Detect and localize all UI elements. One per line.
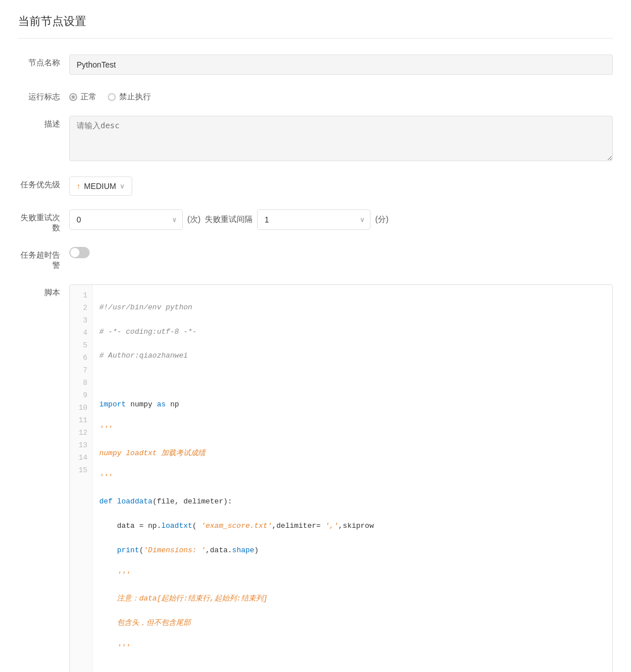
code-editor[interactable]: 1 2 3 4 5 6 7 8 9 10 11 12 13 14 15 #!/u… — [70, 285, 612, 672]
retry-interval-select[interactable]: 1 2 5 10 — [257, 209, 371, 230]
ln-2: 2 — [70, 302, 92, 314]
retry-control: 0 1 2 3 (次) 失败重试间隔 1 2 5 10 (分) — [69, 209, 613, 230]
code-line-11: print('Dimensions: ',data.shape) — [99, 544, 605, 557]
radio-normal-label: 正常 — [81, 92, 96, 102]
line-numbers: 1 2 3 4 5 6 7 8 9 10 11 12 13 14 15 — [70, 285, 92, 672]
ln-6: 6 — [70, 352, 92, 364]
radio-normal-circle — [69, 93, 77, 101]
ln-1: 1 — [70, 289, 92, 302]
ln-13: 13 — [70, 439, 92, 452]
ln-15: 15 — [70, 464, 92, 477]
priority-row: 任务优先级 ↑ MEDIUM ∨ — [18, 177, 613, 196]
code-line-8: ''' — [99, 471, 605, 484]
retry-inline-row: 0 1 2 3 (次) 失败重试间隔 1 2 5 10 (分) — [69, 209, 613, 230]
timeout-control — [69, 247, 613, 258]
retry-interval-select-wrap: 1 2 5 10 — [257, 209, 371, 230]
code-line-2: # -*- coding:utf-8 -*- — [99, 326, 605, 338]
script-label: 脚本 — [18, 284, 69, 298]
ln-7: 7 — [70, 364, 92, 377]
desc-label: 描述 — [18, 116, 69, 129]
ln-8: 8 — [70, 377, 92, 389]
ln-11: 11 — [70, 414, 92, 427]
desc-input[interactable] — [69, 116, 613, 161]
node-name-control — [69, 54, 613, 75]
code-line-3: # Author:qiaozhanwei — [99, 350, 605, 362]
ln-9: 9 — [70, 389, 92, 402]
script-row: 脚本 1 2 3 4 5 6 7 8 9 10 11 12 13 14 — [18, 284, 613, 672]
desc-control — [69, 116, 613, 163]
code-line-6: ''' — [99, 423, 605, 435]
timeout-toggle[interactable] — [69, 247, 90, 258]
retry-count-label: 失败重试次数 — [18, 209, 69, 233]
priority-button[interactable]: ↑ MEDIUM ∨ — [69, 177, 132, 196]
ln-14: 14 — [70, 452, 92, 464]
priority-control: ↑ MEDIUM ∨ — [69, 177, 613, 196]
run-flag-row: 运行标志 正常 禁止执行 — [18, 89, 613, 102]
code-line-12: ''' — [99, 569, 605, 581]
radio-group: 正常 禁止执行 — [69, 89, 613, 102]
ln-5: 5 — [70, 339, 92, 352]
retry-interval-unit: (分) — [375, 215, 388, 225]
run-flag-control: 正常 禁止执行 — [69, 89, 613, 102]
chevron-down-icon: ∨ — [120, 182, 125, 190]
priority-label: 任务优先级 — [18, 177, 69, 190]
ln-3: 3 — [70, 314, 92, 327]
code-line-13: 注意：data[起始行:结束行,起始列:结束列] — [99, 593, 605, 605]
code-line-14: 包含头，但不包含尾部 — [99, 617, 605, 629]
page-container: 当前节点设置 节点名称 运行标志 正常 禁止执行 描述 — [0, 0, 631, 672]
priority-value: MEDIUM — [84, 182, 116, 191]
radio-disabled-label: 禁止执行 — [119, 92, 151, 102]
node-name-label: 节点名称 — [18, 54, 69, 68]
desc-row: 描述 — [18, 116, 613, 163]
retry-count-select-wrap: 0 1 2 3 — [69, 209, 183, 230]
code-line-1: #!/usr/bin/env python — [99, 301, 605, 314]
code-editor-wrap: 1 2 3 4 5 6 7 8 9 10 11 12 13 14 15 #!/u… — [69, 284, 613, 672]
retry-count-select[interactable]: 0 1 2 3 — [69, 209, 183, 230]
retry-interval-label: 失败重试间隔 — [205, 215, 253, 225]
code-line-9: def loaddata(file, delimeter): — [99, 495, 605, 508]
timeout-label: 任务超时告警 — [18, 247, 69, 271]
page-title: 当前节点设置 — [18, 14, 613, 39]
radio-disabled-circle — [108, 93, 116, 101]
code-content: #!/usr/bin/env python # -*- coding:utf-8… — [92, 285, 612, 672]
radio-normal[interactable]: 正常 — [69, 92, 96, 102]
code-line-15: ''' — [99, 641, 605, 654]
code-line-4 — [99, 374, 605, 387]
ln-10: 10 — [70, 402, 92, 414]
code-line-7: numpy loadtxt 加载考试成绩 — [99, 447, 605, 460]
code-line-10: data = np.loadtxt( 'exam_score.txt',deli… — [99, 520, 605, 532]
timeout-row: 任务超时告警 — [18, 247, 613, 271]
priority-arrow-icon: ↑ — [77, 182, 81, 191]
retry-count-unit: (次) — [187, 215, 200, 225]
retry-row: 失败重试次数 0 1 2 3 (次) 失败重试间隔 1 2 — [18, 209, 613, 233]
node-name-input[interactable] — [69, 54, 613, 75]
radio-disabled[interactable]: 禁止执行 — [108, 92, 151, 102]
ln-4: 4 — [70, 327, 92, 339]
ln-12: 12 — [70, 427, 92, 439]
run-flag-label: 运行标志 — [18, 89, 69, 102]
code-line-5: import numpy as np — [99, 398, 605, 411]
node-name-row: 节点名称 — [18, 54, 613, 75]
